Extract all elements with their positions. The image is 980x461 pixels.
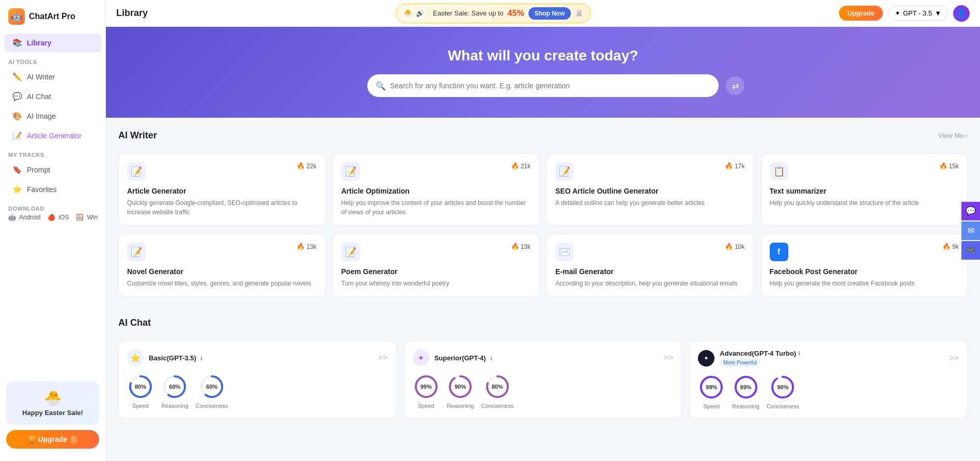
sidebar-bottom: 🐣 Happy Easter Sale! 🏆 Upgrade 🥚 <box>0 375 105 455</box>
progress-row: 80% Speed 60% Reasoning <box>127 373 388 409</box>
card-title: Text summarizer <box>770 187 959 195</box>
sidebar-item-article-generator[interactable]: 📝 Article Generator <box>4 126 101 145</box>
card-stat: 🔥 10k <box>725 243 744 250</box>
card-email-generator[interactable]: ✉️ 🔥 10k E-mail Generator According to y… <box>547 234 754 297</box>
card-icon: 📝 <box>127 243 146 261</box>
card-title: Poem Generator <box>341 267 531 276</box>
card-stat: 🔥 21k <box>511 162 531 170</box>
card-stat: 🔥 22k <box>297 162 316 170</box>
library-icon: 📚 <box>12 38 22 47</box>
download-items: 🤖 Android 🍎 iOS 🪟 Win <box>0 214 105 221</box>
ai-writer-header: AI Writer View Mo › <box>118 130 968 141</box>
more-powerful-tag: More Powerful <box>720 359 760 367</box>
card-stat: 🔥 13k <box>297 243 316 250</box>
gpt-label: GPT - 3.5 <box>903 9 932 17</box>
hero-search-container: 🔍 ⇄ <box>367 74 719 97</box>
sidebar-item-library[interactable]: 📚 Library <box>4 34 101 52</box>
card-stat: 🔥 13k <box>511 243 531 250</box>
sidebar-item-ai-writer[interactable]: ✏️ AI Writer <box>4 68 101 86</box>
facebook-icon: f <box>770 243 788 261</box>
progress-row: 99% Speed 99% Reasoning <box>698 374 959 409</box>
floating-buttons: 💬 ✉ 🎮 <box>961 202 980 260</box>
card-top: ✉️ 🔥 10k <box>555 243 745 261</box>
conciseness-circle: 90% <box>769 374 796 401</box>
fire-icon: 🔥 <box>942 243 951 250</box>
upgrade-sidebar-button[interactable]: 🏆 Upgrade 🥚 <box>6 430 99 449</box>
chat-card-advanced[interactable]: ✦ Advanced(GPT-4 Turbo) ℹ More Powerful … <box>689 341 968 418</box>
ai-chat-section-header: AI Chat <box>106 305 980 341</box>
reasoning-circle: 99% <box>733 374 759 401</box>
card-desc: Help you quickly understand the structur… <box>770 198 959 208</box>
sidebar-item-prompt[interactable]: 🔖 Prompt <box>4 161 101 179</box>
chat-card-superior[interactable]: ✦ Superior(GPT-4) ℹ >> <box>404 341 682 418</box>
fire-icon: 🔥 <box>297 243 305 250</box>
logo: 🤖 ChatArt Pro <box>0 6 105 33</box>
avatar[interactable]: 👤 <box>953 5 970 22</box>
card-icon: 📝 <box>341 162 360 181</box>
fire-icon: 🔥 <box>939 162 947 170</box>
advanced-badge: ✦ <box>698 350 714 367</box>
ai-writer-title: AI Writer <box>118 130 157 141</box>
win-icon: 🪟 <box>76 214 84 221</box>
view-more-link[interactable]: View Mo › <box>938 132 968 139</box>
win-download[interactable]: 🪟 Win <box>76 214 98 221</box>
topbar-center: 🐣 🔊 Easter Sale: Save up to 45% Shop Now… <box>396 4 591 23</box>
chat-card-header: ✦ Superior(GPT-4) ℹ >> <box>413 349 674 366</box>
shop-now-button[interactable]: Shop Now <box>528 7 571 20</box>
search-input[interactable] <box>367 74 719 97</box>
card-text-summarizer[interactable]: 📋 🔥 15k Text summarizer Help you quickly… <box>761 153 968 226</box>
card-top: 📋 🔥 15k <box>770 162 959 181</box>
card-stat: 🔥 15k <box>939 162 959 170</box>
card-desc: Help you generate the most creative Face… <box>770 279 959 288</box>
conciseness-circle: 80% <box>484 373 511 400</box>
fire-icon: 🔥 <box>511 162 519 170</box>
chat-card-left: ✦ Advanced(GPT-4 Turbo) ℹ More Powerful <box>698 349 800 367</box>
card-icon: 📝 <box>555 162 574 181</box>
gpt-icon: ✦ <box>895 9 900 17</box>
card-stat: 🔥 17k <box>725 162 744 170</box>
fire-icon: 🔥 <box>511 243 519 250</box>
card-facebook-generator[interactable]: f 🔥 9k Facebook Post Generator Help you … <box>761 234 968 297</box>
progress-row: 99% Speed 90% Reasoning <box>413 373 674 409</box>
conciseness-circle: 60% <box>198 373 225 400</box>
card-article-generator[interactable]: 📝 🔥 22k Article Generator Quickly genera… <box>118 153 325 226</box>
card-novel-generator[interactable]: 📝 🔥 13k Novel Generator Customize novel … <box>118 234 325 297</box>
chat-card-header: ✦ Advanced(GPT-4 Turbo) ℹ More Powerful … <box>698 349 959 367</box>
translate-button[interactable]: ⇄ <box>726 76 744 95</box>
chat-float-button[interactable]: 💬 <box>961 202 980 220</box>
ai-writer-section-header: AI Writer View Mo › <box>106 118 980 153</box>
speed-circle: 80% <box>127 373 154 400</box>
sound-icon: 🔊 <box>416 9 424 17</box>
basic-model-info: Basic(GPT-3.5) ℹ <box>149 353 203 362</box>
ios-download[interactable]: 🍎 iOS <box>48 214 69 221</box>
easter-emoji: 🐣 <box>14 390 91 407</box>
content-area: What will you create today? 🔍 ⇄ AI Write… <box>106 27 980 461</box>
card-top: 📝 🔥 22k <box>127 162 317 181</box>
upgrade-top-button[interactable]: Upgrade <box>839 6 883 21</box>
sidebar-item-favorites[interactable]: ⭐ Favorites <box>4 180 101 199</box>
android-icon: 🤖 <box>8 214 16 221</box>
conciseness-item: 80% Conciseness <box>481 373 514 409</box>
chat-card-basic[interactable]: ⭐ Basic(GPT-3.5) ℹ >> <box>118 341 397 418</box>
reasoning-item: 90% Reasoning <box>447 373 474 409</box>
card-article-optimization[interactable]: 📝 🔥 21k Article Optimization Help you im… <box>333 153 540 226</box>
card-poem-generator[interactable]: 📝 🔥 13k Poem Generator Turn your whimsy … <box>333 234 540 297</box>
discord-float-button[interactable]: 🎮 <box>961 241 980 260</box>
card-icon: 📝 <box>341 243 360 261</box>
easter-emoji-2: 🐰 <box>575 9 583 17</box>
card-seo-outline[interactable]: 📝 🔥 17k SEO Article Outline Generator A … <box>547 153 754 226</box>
android-download[interactable]: 🤖 Android <box>8 214 40 221</box>
ai-tools-label: AI Tools <box>0 53 105 67</box>
card-stat: 🔥 9k <box>942 243 959 250</box>
easter-emoji-1: 🐣 <box>403 9 412 17</box>
mail-float-button[interactable]: ✉ <box>961 221 980 240</box>
card-top: f 🔥 9k <box>770 243 959 261</box>
search-icon: 🔍 <box>376 81 386 91</box>
info-icon: ℹ <box>200 355 203 361</box>
sidebar-item-ai-image[interactable]: 🎨 AI Image <box>4 107 101 125</box>
ai-writer-icon: ✏️ <box>12 72 22 82</box>
gpt-selector[interactable]: ✦ GPT - 3.5 ▼ <box>888 6 948 21</box>
sidebar-item-ai-chat[interactable]: 💬 AI Chat <box>4 87 101 106</box>
download-label: Download <box>0 199 105 214</box>
fire-icon: 🔥 <box>725 243 733 250</box>
